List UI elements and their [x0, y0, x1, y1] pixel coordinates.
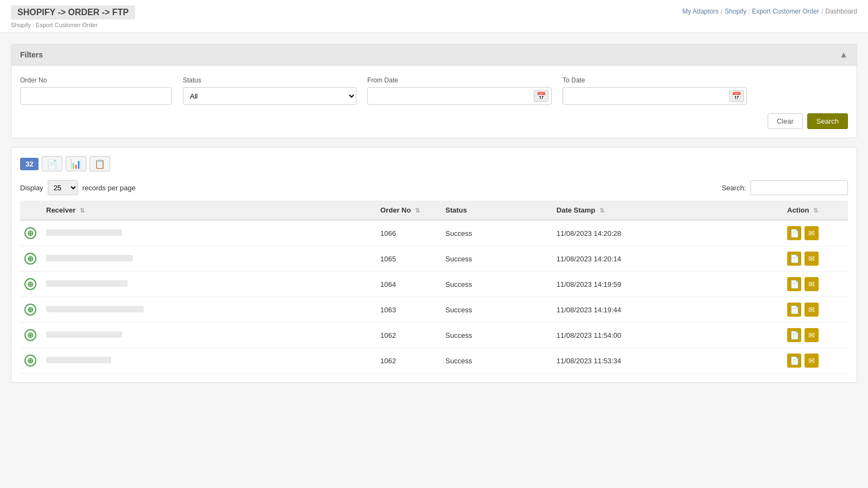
- row-status-cell: Success: [441, 272, 552, 297]
- col-header-action[interactable]: Action ⇅: [783, 201, 848, 220]
- row-action-cell: 📄 ✉: [783, 348, 848, 374]
- action-mail-button[interactable]: ✉: [805, 328, 819, 342]
- row-status-cell: Success: [441, 220, 552, 246]
- status-value: Success: [445, 331, 472, 339]
- records-per-page-label: records per page: [82, 184, 136, 192]
- export-csv-button[interactable]: 📋: [90, 156, 110, 171]
- csv-icon: 📋: [94, 159, 105, 169]
- status-circle-icon: ⊕: [24, 227, 36, 239]
- action-file-button[interactable]: 📄: [787, 354, 801, 368]
- action-mail-button[interactable]: ✉: [805, 252, 819, 266]
- table-panel: 32 📄 📊 📋 Display 10 25 50 100 reco: [11, 147, 857, 383]
- table-row: ⊕ 1065 Success 11/08/2023 14:20:14 📄 ✉: [20, 246, 848, 272]
- action-mail-button[interactable]: ✉: [805, 303, 819, 317]
- action-file-button[interactable]: 📄: [787, 328, 801, 342]
- status-select[interactable]: All Success Failed Pending: [183, 87, 356, 105]
- action-mail-button[interactable]: ✉: [805, 354, 819, 368]
- table-row: ⊕ 1062 Success 11/08/2023 11:54:00 📄 ✉: [20, 323, 848, 348]
- from-date-input[interactable]: [367, 87, 552, 105]
- breadcrumb-my-adaptors[interactable]: My Adaptors: [682, 8, 719, 15]
- breadcrumb: My Adaptors / Shopify : Export Customer …: [682, 8, 857, 15]
- col-header-status: Status: [441, 201, 552, 220]
- action-file-button[interactable]: 📄: [787, 252, 801, 266]
- receiver-value: [46, 255, 133, 261]
- from-date-group: From Date 📅: [367, 76, 552, 105]
- action-sort-icon: ⇅: [813, 207, 818, 214]
- breadcrumb-current: Dashboard: [825, 8, 857, 15]
- breadcrumb-shopify-export[interactable]: Shopify : Export Customer Order: [725, 8, 819, 15]
- row-action-cell: 📄 ✉: [783, 323, 848, 348]
- row-receiver-cell: [42, 348, 376, 374]
- records-per-page-select[interactable]: 10 25 50 100: [48, 180, 78, 195]
- row-action-cell: 📄 ✉: [783, 297, 848, 323]
- date-stamp-value: 11/08/2023 11:54:00: [557, 331, 621, 339]
- action-file-button[interactable]: 📄: [787, 226, 801, 240]
- row-order-no-cell: 1064: [376, 272, 441, 297]
- table-search-input[interactable]: [750, 180, 848, 195]
- filters-collapse-button[interactable]: ▲: [839, 50, 848, 60]
- filter-actions: Clear Search: [20, 113, 848, 129]
- status-circle-icon: ⊕: [24, 278, 36, 290]
- order-no-value: 1062: [380, 357, 396, 365]
- row-order-no-cell: 1062: [376, 348, 441, 374]
- table-search-label: Search:: [722, 184, 746, 192]
- date-stamp-value: 11/08/2023 11:53:34: [557, 357, 621, 365]
- from-date-calendar-icon[interactable]: 📅: [534, 90, 548, 102]
- page-title: SHOPIFY -> ORDER -> FTP: [11, 5, 135, 20]
- table-header-row: Receiver ⇅ Order No ⇅ Status Date Stamp …: [20, 201, 848, 220]
- table-row: ⊕ 1066 Success 11/08/2023 14:20:28 📄 ✉: [20, 220, 848, 246]
- col-header-order-no[interactable]: Order No ⇅: [376, 201, 441, 220]
- action-mail-button[interactable]: ✉: [805, 277, 819, 291]
- search-button[interactable]: Search: [807, 113, 848, 129]
- row-status-cell: Success: [441, 348, 552, 374]
- from-date-label: From Date: [367, 76, 552, 84]
- filters-title: Filters: [20, 50, 43, 59]
- row-status-cell: Success: [441, 246, 552, 272]
- action-file-button[interactable]: 📄: [787, 277, 801, 291]
- receiver-value: [46, 357, 111, 363]
- status-value: Success: [445, 357, 472, 365]
- table-toolbar: 32 📄 📊 📋: [20, 156, 848, 171]
- to-date-input[interactable]: [563, 87, 747, 105]
- copy-icon: 📄: [47, 159, 58, 169]
- order-no-label: Order No: [20, 76, 172, 84]
- table-search-control: Search:: [722, 180, 848, 195]
- excel-icon: 📊: [71, 159, 81, 169]
- order-no-sort-icon: ⇅: [415, 207, 420, 214]
- action-mail-button[interactable]: ✉: [805, 226, 819, 240]
- order-no-value: 1063: [380, 306, 396, 314]
- row-action-cell: 📄 ✉: [783, 220, 848, 246]
- col-header-receiver[interactable]: Receiver ⇅: [42, 201, 376, 220]
- row-date-stamp-cell: 11/08/2023 14:19:59: [552, 272, 783, 297]
- order-no-value: 1064: [380, 280, 396, 288]
- status-value: Success: [445, 306, 472, 314]
- row-date-stamp-cell: 11/08/2023 14:20:28: [552, 220, 783, 246]
- export-excel-button[interactable]: 📊: [66, 156, 86, 171]
- row-receiver-cell: [42, 297, 376, 323]
- table-row: ⊕ 1063 Success 11/08/2023 14:19:44 📄 ✉: [20, 297, 848, 323]
- action-file-button[interactable]: 📄: [787, 303, 801, 317]
- row-receiver-cell: [42, 246, 376, 272]
- to-date-calendar-icon[interactable]: 📅: [729, 90, 744, 102]
- filters-panel: Filters ▲ Order No Status All Success Fa…: [11, 44, 857, 138]
- to-date-label: To Date: [563, 76, 747, 84]
- page-subtitle: Shopify : Export Customer Order: [11, 22, 135, 28]
- filters-header: Filters ▲: [11, 44, 857, 66]
- export-copy-button[interactable]: 📄: [42, 156, 62, 171]
- order-no-input[interactable]: [20, 87, 172, 105]
- main-content: Filters ▲ Order No Status All Success Fa…: [0, 33, 868, 394]
- filters-body: Order No Status All Success Failed Pendi…: [11, 66, 857, 138]
- to-date-wrap: 📅: [563, 87, 747, 105]
- row-order-no-cell: 1063: [376, 297, 441, 323]
- row-date-stamp-cell: 11/08/2023 11:53:34: [552, 348, 783, 374]
- date-stamp-value: 11/08/2023 14:19:44: [557, 306, 621, 314]
- col-header-icon: [20, 201, 42, 220]
- order-no-value: 1066: [380, 229, 396, 237]
- status-circle-icon: ⊕: [24, 329, 36, 341]
- row-order-no-cell: 1065: [376, 246, 441, 272]
- row-status-icon-cell: ⊕: [20, 272, 42, 297]
- clear-button[interactable]: Clear: [768, 113, 803, 129]
- col-header-date-stamp[interactable]: Date Stamp ⇅: [552, 201, 783, 220]
- record-count-badge: 32: [20, 158, 39, 170]
- row-date-stamp-cell: 11/08/2023 14:19:44: [552, 297, 783, 323]
